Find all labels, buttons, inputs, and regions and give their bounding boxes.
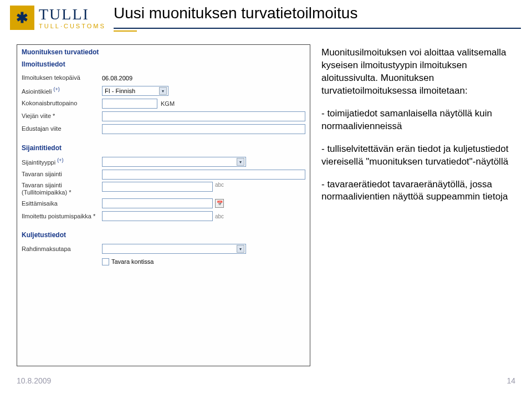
- row-esittamis: Esittämisaika 📅: [22, 198, 305, 209]
- row-asiointikieli: Asiointikieli (+) FI - Finnish ▾: [22, 85, 305, 96]
- row-tullitoimi: Tavaran sijainti (Tullitoimipaikka) * ab…: [22, 182, 305, 196]
- calendar-icon[interactable]: 📅: [215, 199, 224, 208]
- label-kontti: Tavara kontissa: [111, 258, 154, 265]
- section-sijainti-title: Sijaintitiedot: [22, 144, 305, 152]
- footer: 10.8.2009 14: [17, 376, 515, 385]
- label-bruttopaino: Kokonaisbruttopaino: [22, 100, 102, 107]
- select-sijaintityyppi[interactable]: ▾: [102, 157, 246, 167]
- side-b3: - tavaraerätiedot tavaraeränäytöllä, jos…: [321, 178, 515, 204]
- label-asiointikieli: Asiointikieli (+): [22, 86, 102, 95]
- input-viejan[interactable]: [102, 111, 305, 121]
- footer-page: 14: [507, 376, 515, 385]
- logo-text: TULLI TULL·CUSTOMS: [39, 7, 106, 29]
- row-edustajan: Edustajan viite: [22, 124, 305, 135]
- abc-hint-icon: abc: [215, 213, 224, 219]
- input-tullitoimi[interactable]: [102, 182, 213, 192]
- input-poistumis[interactable]: [102, 211, 213, 221]
- section-ilmoitus-title: Ilmoitustiedot: [22, 60, 305, 68]
- select-asiointikieli[interactable]: FI - Finnish ▾: [102, 86, 168, 96]
- row-tavaran-sijainti: Tavaran sijainti: [22, 169, 305, 180]
- side-b2: - tulliselvitettävän erän tiedot ja kulj…: [321, 143, 515, 168]
- input-esittamis[interactable]: [102, 198, 213, 208]
- chevron-down-icon: ▾: [237, 245, 244, 253]
- checkbox-kontti[interactable]: [102, 258, 109, 265]
- label-sijaintityyppi: Sijaintityyppi (+): [22, 157, 102, 166]
- input-bruttopaino[interactable]: [102, 99, 157, 109]
- chevron-down-icon: ▾: [159, 87, 167, 95]
- label-edustajan: Edustajan viite: [22, 125, 102, 132]
- label-esittamis: Esittämisaika: [22, 200, 102, 207]
- side-b1: - toimijatiedot samanlaisella näytöllä k…: [321, 108, 515, 133]
- input-edustajan[interactable]: [102, 124, 305, 134]
- logo: ✱ TULLI TULL·CUSTOMS: [10, 6, 106, 30]
- label-viejan: Viejän viite *: [22, 112, 102, 120]
- unit-bruttopaino: KGM: [161, 100, 175, 107]
- form-panel: Muonituksen turvatiedot Ilmoitustiedot I…: [17, 44, 310, 366]
- label-poistumis: Ilmoitettu poistumispaikka *: [22, 213, 102, 220]
- row-sijaintityyppi: Sijaintityyppi (+) ▾: [22, 156, 305, 167]
- section-kuljetus-title: Kuljetustiedot: [22, 231, 305, 239]
- select-asiointikieli-value: FI - Finnish: [105, 88, 135, 94]
- label-rahdin: Rahdinmaksutapa: [22, 245, 102, 253]
- logo-mark-icon: ✱: [10, 6, 34, 30]
- row-kontti: Tavara kontissa: [22, 256, 305, 267]
- footer-date: 10.8.2009: [17, 376, 51, 385]
- logo-sub: TULL·CUSTOMS: [39, 23, 106, 29]
- form-heading: Muonituksen turvatiedot: [22, 48, 305, 56]
- row-rahdin: Rahdinmaksutapa ▾: [22, 243, 305, 254]
- select-rahdin[interactable]: ▾: [102, 244, 246, 254]
- label-tavaran-sijainti: Tavaran sijainti: [22, 171, 102, 178]
- value-tekopaiva: 06.08.2009: [102, 75, 132, 81]
- row-bruttopaino: Kokonaisbruttopaino KGM: [22, 98, 305, 109]
- label-tullitoimi: Tavaran sijainti (Tullitoimipaikka) *: [22, 182, 102, 196]
- side-p1: Muonitusilmoituksen voi aloittaa valitse…: [321, 47, 515, 98]
- side-text: Muonitusilmoituksen voi aloittaa valitse…: [321, 44, 515, 366]
- logo-main: TULLI: [39, 7, 106, 22]
- row-tekopaiva: Ilmoituksen tekopäivä 06.08.2009: [22, 73, 305, 84]
- chevron-down-icon: ▾: [237, 158, 244, 166]
- row-viejan: Viejän viite *: [22, 111, 305, 122]
- row-poistumis: Ilmoitettu poistumispaikka * abc: [22, 211, 305, 222]
- page-title: Uusi muonituksen turvatietoilmoitus: [114, 4, 521, 22]
- input-tavaran-sijainti[interactable]: [102, 170, 305, 180]
- title-rule: [114, 28, 521, 29]
- title-area: Uusi muonituksen turvatietoilmoitus: [114, 4, 521, 32]
- title-accent: [114, 30, 137, 32]
- label-tekopaiva: Ilmoituksen tekopäivä: [22, 74, 102, 81]
- abc-hint-icon: abc: [215, 182, 224, 188]
